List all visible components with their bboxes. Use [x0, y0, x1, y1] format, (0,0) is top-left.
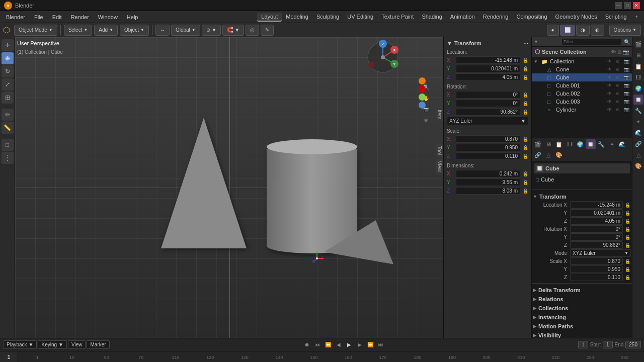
- solid-mode-btn[interactable]: ⬜: [560, 25, 575, 36]
- measure-tool[interactable]: 📏: [2, 122, 14, 134]
- collections-collapse[interactable]: ▶ Collections: [532, 304, 632, 313]
- close-button[interactable]: ✕: [633, 2, 640, 9]
- jump-start-btn[interactable]: ⏮: [313, 340, 322, 349]
- cube003-eye[interactable]: 👁: [606, 98, 613, 105]
- rp-constraints[interactable]: 🔗: [633, 139, 643, 149]
- rotate-tool[interactable]: ↻: [2, 65, 14, 77]
- rot-x-value[interactable]: 0°: [456, 91, 520, 99]
- end-frame[interactable]: 250: [625, 341, 641, 348]
- item-tab[interactable]: Item: [436, 108, 443, 121]
- dim-x-value[interactable]: 0.242 m: [456, 170, 520, 177]
- rp-output[interactable]: 🖥: [633, 50, 643, 60]
- outliner-collection[interactable]: ▼ 📁 Collection 👁 ⊙ 📷: [532, 57, 632, 65]
- physics-props-icon[interactable]: 🌊: [617, 139, 627, 149]
- obj-loc-x-val[interactable]: -15.248 m: [570, 201, 623, 209]
- menu-window[interactable]: Window: [94, 13, 122, 21]
- scale-x-lock[interactable]: 🔓: [522, 136, 528, 142]
- cube-eye-btn[interactable]: 👁: [606, 74, 613, 81]
- cylinder-render[interactable]: 📷: [623, 106, 630, 113]
- scene-props-icon[interactable]: 🎞: [565, 139, 575, 149]
- add-cube-tool[interactable]: □: [2, 139, 14, 151]
- instancing-collapse[interactable]: ▶ Instancing: [532, 313, 632, 322]
- rp-world[interactable]: 🌍: [633, 83, 643, 94]
- menu-file[interactable]: File: [30, 13, 47, 21]
- viewport[interactable]: User Perspective (1) Collection | Cube X…: [15, 37, 443, 338]
- scale-y-value[interactable]: 0.950: [456, 144, 520, 151]
- cube-sel-btn[interactable]: ⊙: [614, 74, 621, 81]
- rp-scene[interactable]: 🎞: [633, 72, 643, 82]
- scale-z-value[interactable]: 0.110: [456, 152, 520, 160]
- snap-btn[interactable]: 🧲 ▼: [222, 25, 244, 36]
- dim-y-lock[interactable]: 🔓: [522, 179, 528, 186]
- output-props-icon[interactable]: 🖥: [543, 139, 553, 149]
- minimize-button[interactable]: —: [615, 2, 622, 9]
- transform-options[interactable]: ⋯: [523, 41, 528, 46]
- rotation-mode-dropdown[interactable]: XYZ Euler ▼: [447, 117, 528, 125]
- next-keyframe-btn[interactable]: ⏩: [366, 340, 375, 349]
- cube-render-btn[interactable]: 📷: [623, 74, 630, 81]
- transform-collapse[interactable]: ▼ Transform: [532, 192, 632, 201]
- collection-eye-btn[interactable]: 👁: [606, 58, 613, 65]
- obj-loc-x-lock[interactable]: 🔓: [624, 202, 631, 209]
- scene-vis-eye[interactable]: 👁: [611, 49, 616, 55]
- obj-loc-z-val[interactable]: 4.05 m: [570, 217, 623, 225]
- rot-x-lock[interactable]: 🔓: [522, 92, 528, 98]
- select-menu-btn[interactable]: Select ▼: [64, 25, 93, 36]
- start-frame[interactable]: 1: [603, 341, 613, 348]
- obj-scale-z-val[interactable]: 0.110: [570, 274, 623, 281]
- tab-modeling[interactable]: Modeling: [282, 13, 312, 22]
- navigation-gizmo[interactable]: X Y Z: [365, 40, 400, 76]
- transform-tool[interactable]: ⊞: [2, 92, 14, 104]
- tab-add[interactable]: +: [631, 13, 642, 22]
- proportional-btn[interactable]: ◎: [246, 25, 259, 36]
- step-back-btn[interactable]: ◀: [334, 340, 343, 349]
- object-props-icon[interactable]: 🔲: [586, 139, 596, 149]
- rot-y-lock[interactable]: 🔓: [522, 101, 528, 107]
- obj-scale-x-lock[interactable]: 🔓: [624, 258, 631, 265]
- maximize-button[interactable]: □: [624, 2, 631, 9]
- tab-scripting[interactable]: Scripting: [601, 13, 631, 22]
- cube003-render[interactable]: 📷: [623, 98, 630, 105]
- keying-dropdown[interactable]: Keying ▼: [38, 340, 66, 349]
- cube001-sel[interactable]: ⊙: [614, 82, 621, 89]
- playback-dropdown[interactable]: Playback ▼: [3, 340, 37, 349]
- view-layer-props-icon[interactable]: 📋: [554, 139, 564, 149]
- tab-texture-paint[interactable]: Texture Paint: [377, 13, 418, 22]
- loc-y-value[interactable]: 0.020401 m: [456, 65, 520, 72]
- bisect-tool[interactable]: ⋮: [2, 152, 14, 164]
- outliner-cylinder[interactable]: ○ Cylinder 👁 ⊙ 📷: [532, 106, 632, 114]
- cube003-sel[interactable]: ⊙: [614, 98, 621, 105]
- modifier-props-icon[interactable]: 🔧: [596, 139, 606, 149]
- cylinder-sel[interactable]: ⊙: [614, 106, 621, 113]
- tool-tab[interactable]: Tool: [436, 144, 443, 157]
- cursor-tool[interactable]: ✛: [2, 39, 14, 51]
- render-mode-btn[interactable]: ●: [547, 25, 559, 36]
- view-dropdown[interactable]: View: [68, 340, 86, 349]
- move-tool[interactable]: ⊕: [2, 52, 14, 64]
- obj-rot-x-val[interactable]: 0°: [570, 225, 623, 233]
- record-btn[interactable]: ⏺: [302, 340, 311, 349]
- jump-end-btn[interactable]: ⏭: [376, 340, 385, 349]
- annotate-tool[interactable]: ✏: [2, 109, 14, 121]
- tab-sculpting[interactable]: Sculpting: [312, 13, 343, 22]
- obj-scale-x-val[interactable]: 0.870: [570, 257, 623, 265]
- play-btn[interactable]: ▶: [345, 340, 354, 349]
- add-menu-btn[interactable]: Add ▼: [94, 25, 118, 36]
- constraints-props-icon[interactable]: 🔗: [533, 150, 543, 160]
- material-props-icon[interactable]: 🎨: [554, 150, 564, 160]
- rp-object[interactable]: 🔲: [633, 95, 643, 105]
- annotation-btn[interactable]: ✎: [261, 25, 274, 36]
- frame-timeline[interactable]: 1 11050701101201301401501601701801902002…: [0, 351, 644, 362]
- loc-z-lock[interactable]: 🔓: [522, 74, 528, 80]
- orient-dropdown[interactable]: Global ▼: [171, 25, 200, 36]
- loc-z-value[interactable]: 4.05 m: [456, 73, 520, 81]
- scene-vis-select[interactable]: ⊙: [617, 49, 621, 55]
- outliner-cube002[interactable]: □ Cube.002 👁 ⊙ 📷: [532, 89, 632, 98]
- cone-render-btn[interactable]: 📷: [623, 66, 630, 73]
- data-props-icon[interactable]: △: [543, 150, 553, 160]
- obj-loc-y-val[interactable]: 0.020401 m: [570, 209, 623, 217]
- particles-props-icon[interactable]: ✦: [607, 139, 617, 149]
- rp-render[interactable]: 🎬: [633, 39, 643, 49]
- dim-x-lock[interactable]: 🔓: [522, 171, 528, 177]
- step-fwd-btn[interactable]: ▶: [355, 340, 364, 349]
